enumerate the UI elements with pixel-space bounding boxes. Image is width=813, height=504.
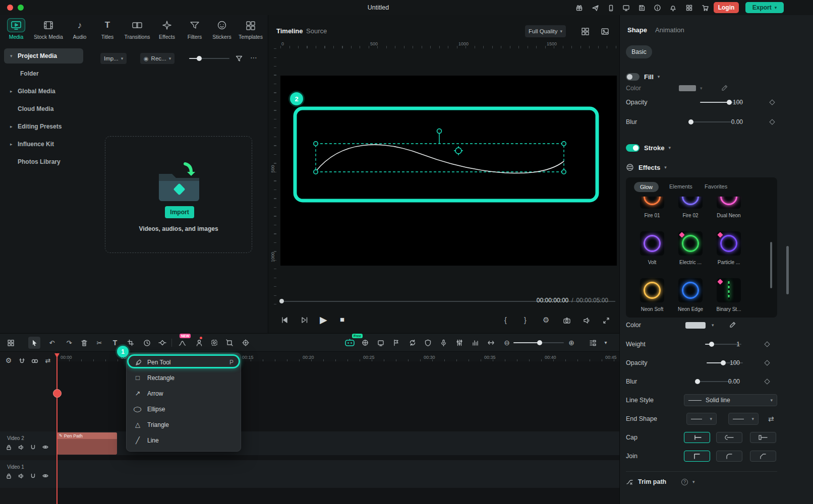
- snap-magnet-icon[interactable]: [30, 473, 36, 479]
- speaker-icon[interactable]: [583, 317, 591, 325]
- effect-item[interactable]: Particle ...: [710, 231, 748, 278]
- join-miter-button[interactable]: [684, 451, 710, 462]
- stroke-opacity-value[interactable]: 100: [719, 359, 740, 366]
- record-select[interactable]: ◉ Rec... ▾: [140, 53, 175, 64]
- tab-effects[interactable]: Effects: [156, 18, 178, 40]
- effect-item[interactable]: Neon Soft: [633, 278, 671, 316]
- tab-templates[interactable]: Templates: [236, 18, 265, 40]
- chevron-down-icon[interactable]: ▾: [712, 323, 714, 328]
- apps-grid-icon[interactable]: [685, 4, 693, 12]
- swap-ends-icon[interactable]: ⇄: [768, 415, 774, 423]
- link-icon[interactable]: [30, 357, 39, 365]
- basic-chip[interactable]: Basic: [626, 45, 652, 58]
- effect-item[interactable]: Volt: [633, 231, 671, 278]
- mask-shield-icon[interactable]: [423, 339, 432, 347]
- maximize-window-button[interactable]: [18, 5, 24, 11]
- tab-filters[interactable]: Filters: [184, 18, 205, 40]
- effect-item[interactable]: Neon Edge: [671, 278, 710, 316]
- tab-preview-timeline[interactable]: Timeline: [276, 27, 303, 35]
- keyframe-icon[interactable]: [158, 339, 167, 347]
- line-style-select[interactable]: Solid line ▾: [684, 394, 777, 406]
- save-icon[interactable]: [637, 4, 646, 12]
- menu-item-rectangle[interactable]: □ Rectangle: [127, 370, 241, 386]
- export-button[interactable]: Export ▾: [745, 2, 784, 13]
- import-dropzone[interactable]: Import Videos, audios, and images: [105, 136, 252, 253]
- effect-thumbnail[interactable]: [640, 278, 664, 302]
- effect-item[interactable]: Dual Neon: [710, 197, 748, 231]
- effect-item[interactable]: Electric ...: [671, 231, 710, 278]
- track-matte-icon[interactable]: [361, 339, 370, 347]
- sidebar-item-global-media[interactable]: ▸ Global Media: [4, 84, 83, 99]
- image-icon[interactable]: [601, 27, 609, 36]
- zoom-out-icon[interactable]: ⊖: [502, 339, 511, 347]
- tab-media[interactable]: Media: [4, 18, 29, 40]
- chevron-down-icon[interactable]: ▾: [692, 479, 695, 484]
- fullscreen-icon[interactable]: [602, 317, 610, 325]
- close-window-button[interactable]: [7, 5, 13, 11]
- fill-color-swatch[interactable]: [679, 85, 696, 91]
- effect-thumbnail[interactable]: [678, 278, 703, 302]
- tab-stock-media[interactable]: Stock Media: [32, 18, 65, 40]
- keyframe-diamond-icon[interactable]: [769, 119, 775, 124]
- keyframe-diamond-icon[interactable]: [764, 360, 770, 365]
- filter-icon[interactable]: [235, 54, 243, 62]
- trim-path-row[interactable]: Trim path ? ▾: [626, 476, 777, 488]
- pen-path-clip[interactable]: ✎ Pen Path: [57, 432, 117, 455]
- effect-item[interactable]: Binary St...: [710, 278, 748, 316]
- menu-item-arrow[interactable]: ↗ Arrow: [127, 386, 241, 401]
- motion-tracking-icon[interactable]: [241, 339, 250, 347]
- track-height-icon[interactable]: [588, 339, 597, 347]
- effect-thumbnail[interactable]: [717, 197, 741, 209]
- join-round-button[interactable]: [716, 451, 742, 462]
- mute-speaker-icon[interactable]: [18, 473, 24, 479]
- delete-icon[interactable]: [80, 339, 89, 347]
- eye-icon[interactable]: [42, 473, 48, 479]
- timeline-zoom-slider[interactable]: [513, 342, 564, 343]
- keyframe-diamond-icon[interactable]: [769, 99, 775, 105]
- snap-magnet-icon[interactable]: [30, 445, 36, 450]
- fill-opacity-value[interactable]: 100: [722, 99, 743, 106]
- sidebar-item-folder[interactable]: Folder: [4, 66, 83, 81]
- cap-square-button[interactable]: [750, 432, 776, 443]
- thumbnail-size-slider[interactable]: [189, 58, 229, 59]
- curve-keyframe-icon[interactable]: [178, 339, 187, 347]
- export-frame-icon[interactable]: [376, 339, 385, 347]
- sidebar-item-photos-library[interactable]: Photos Library: [4, 154, 83, 169]
- menu-item-triangle[interactable]: △ Triangle: [127, 417, 241, 432]
- pointer-tool-icon[interactable]: [28, 337, 40, 349]
- audio-meter-icon[interactable]: [471, 339, 480, 347]
- crop-icon[interactable]: [126, 339, 135, 347]
- cutout-icon[interactable]: [210, 339, 219, 347]
- transform-icon[interactable]: [225, 339, 234, 347]
- start-end-shape-select[interactable]: ▾: [686, 413, 717, 425]
- import-select[interactable]: Imp... ▾: [100, 53, 127, 64]
- preview-canvas[interactable]: [280, 76, 617, 266]
- sidebar-item-project-media[interactable]: ▾ Project Media: [4, 48, 83, 64]
- login-button[interactable]: Login: [714, 2, 739, 13]
- tab-transitions[interactable]: Transitions: [121, 18, 153, 40]
- effect-thumbnail[interactable]: [717, 231, 741, 256]
- gift-icon[interactable]: [575, 4, 583, 12]
- zoom-in-icon[interactable]: ⊕: [567, 339, 576, 347]
- mute-speaker-icon[interactable]: [18, 445, 24, 450]
- fill-toggle[interactable]: [626, 73, 640, 81]
- render-loop-icon[interactable]: [408, 339, 417, 347]
- jump-start-icon[interactable]: [280, 316, 288, 324]
- audio-mixer-icon[interactable]: [455, 339, 464, 347]
- tab-shape[interactable]: Shape: [627, 26, 647, 34]
- effects-scrollbar[interactable]: [770, 242, 772, 288]
- preview-settings-gear-icon[interactable]: ⚙: [543, 316, 549, 325]
- more-options-icon[interactable]: ⋯: [250, 53, 257, 61]
- ai-portrait-icon[interactable]: [195, 339, 204, 347]
- chevron-down-icon[interactable]: ▾: [664, 165, 667, 170]
- split-scissors-icon[interactable]: ✂: [95, 339, 104, 347]
- undo-icon[interactable]: ↶: [47, 339, 56, 347]
- sidebar-item-cloud-media[interactable]: Cloud Media: [4, 101, 83, 116]
- effect-thumbnail[interactable]: [717, 278, 741, 302]
- chevron-down-icon[interactable]: ▾: [668, 145, 671, 150]
- menu-item-pen-tool[interactable]: Pen Tool P: [127, 354, 241, 370]
- cap-butt-button[interactable]: [684, 432, 710, 443]
- fx-tab-elements[interactable]: Elements: [669, 183, 692, 190]
- ai-assistant-robot-icon[interactable]: [345, 338, 355, 346]
- media-browser-icon[interactable]: [6, 339, 15, 347]
